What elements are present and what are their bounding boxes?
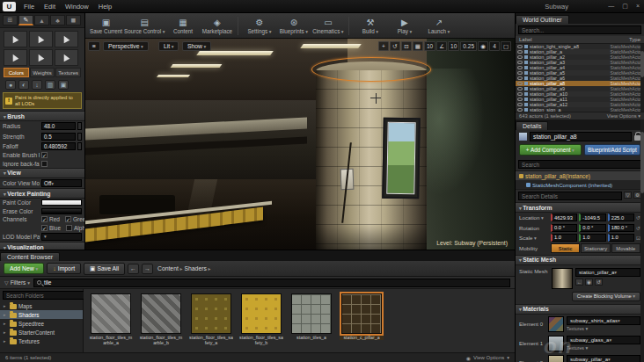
scale-y-field[interactable]: 1.0 — [579, 234, 605, 242]
scale-z-field[interactable]: 1.0 — [608, 234, 634, 242]
use-selected-icon[interactable]: ◉ — [585, 279, 593, 286]
material-dropdown[interactable]: subway_glass_a — [567, 336, 640, 344]
static-mesh-section-header[interactable]: Static Mesh — [516, 255, 644, 265]
tab-content-browser[interactable]: Content Browser — [0, 252, 60, 261]
import-action-icon[interactable]: ▥ — [45, 80, 55, 90]
add-component-button[interactable]: + Add Component — [519, 144, 582, 156]
details-search-input[interactable] — [518, 192, 622, 200]
folder-textures[interactable]: ▸Textures — [0, 337, 83, 345]
geometry-mode-icon[interactable]: ◼ — [66, 15, 81, 25]
paint-color-swatch[interactable] — [41, 199, 82, 206]
reset-icon[interactable]: ↺ — [595, 279, 603, 286]
channel-alpha-checkbox[interactable] — [66, 225, 72, 231]
blueprints-button[interactable]: ⊛ Blueprints — [277, 14, 310, 38]
visibility-eye-icon[interactable] — [517, 87, 523, 90]
content-button[interactable]: ▦ Content — [166, 14, 199, 38]
falloff-spinner[interactable] — [77, 142, 82, 150]
outliner-view-options[interactable]: View Options — [607, 113, 640, 119]
browse-icon[interactable]: ← — [575, 279, 583, 286]
material-dropdown[interactable]: subway_pillar_a — [567, 355, 640, 362]
lock-icon[interactable] — [634, 135, 640, 141]
paint-mode-icon[interactable]: ✎ — [18, 15, 33, 25]
propagate-action-icon[interactable]: ↓ — [32, 80, 42, 90]
tab-world-outliner[interactable]: World Outliner — [516, 15, 569, 24]
visibility-eye-icon[interactable] — [517, 55, 523, 59]
material-dropdown[interactable]: subway_shirts_atlas — [567, 316, 640, 325]
camera-speed-value[interactable]: 4 — [489, 41, 500, 51]
maximize-button[interactable]: ▢ — [622, 3, 628, 10]
erase-color-swatch[interactable] — [41, 208, 82, 214]
tab-details[interactable]: Details — [516, 121, 548, 130]
breadcrumb-content[interactable]: Content — [157, 265, 183, 272]
rotation-y-field[interactable]: 0.0 ° — [579, 224, 605, 232]
visibility-eye-icon[interactable] — [517, 108, 523, 112]
falloff-input[interactable]: 0.480592 — [41, 142, 76, 150]
visibility-eye-icon[interactable] — [517, 76, 523, 80]
grid-snap-value[interactable]: 10 — [424, 41, 435, 51]
menu-file[interactable]: File — [24, 3, 34, 11]
launch-button[interactable]: ↗ Launch — [422, 14, 455, 38]
mobility-movable[interactable]: Movable — [611, 243, 640, 253]
enable-brush-checkbox[interactable] — [41, 152, 48, 158]
radius-spinner[interactable] — [77, 122, 82, 130]
breadcrumb-shaders[interactable]: Shaders — [185, 265, 211, 272]
menu-edit[interactable]: Edit — [44, 3, 55, 11]
perspective-dropdown[interactable]: Perspective — [103, 41, 149, 51]
source-control-button[interactable]: ▤ Source Control — [124, 14, 165, 38]
caret-icon[interactable]: ▸ — [4, 303, 8, 308]
folder-search-input[interactable] — [3, 291, 87, 300]
outliner-row[interactable]: station_sign_aStaticMeshActor — [516, 107, 644, 112]
import-button[interactable]: ↓Import — [47, 263, 81, 274]
visibility-eye-icon[interactable] — [517, 45, 523, 48]
outliner-column-headers[interactable]: Label Type — [516, 36, 644, 44]
caret-icon[interactable]: ▸ — [4, 321, 8, 326]
location-z-field[interactable]: 225.0 — [608, 214, 634, 221]
outliner-search-input[interactable] — [518, 25, 641, 34]
settings-button[interactable]: ⚙ Settings — [243, 14, 275, 38]
strength-input[interactable]: 0.5 — [41, 133, 76, 141]
material-textures-link[interactable]: Textures — [567, 326, 640, 331]
view-section-header[interactable]: View — [0, 168, 84, 178]
materials-section-header[interactable]: Materials — [516, 304, 644, 315]
channel-blue-checkbox[interactable] — [41, 225, 48, 231]
visibility-eye-icon[interactable] — [517, 61, 523, 64]
play-button[interactable]: ▶ Play — [388, 14, 421, 38]
save-all-button[interactable]: ▣Save All — [84, 263, 125, 275]
mobility-static[interactable]: Static — [551, 243, 580, 253]
filter-funnel-icon[interactable]: ▽ — [624, 192, 632, 199]
marketplace-button[interactable]: ◈ Marketplace — [201, 14, 233, 38]
save-action-icon[interactable]: ▣ — [58, 80, 69, 90]
close-button[interactable]: × — [636, 3, 640, 10]
transform-section-header[interactable]: Transform — [516, 202, 644, 213]
colors-tool-icon[interactable] — [4, 49, 27, 66]
select-tool-icon[interactable] — [4, 31, 27, 47]
scale-tool-icon[interactable] — [401, 41, 412, 51]
outliner-scrollbar[interactable] — [640, 44, 644, 112]
brush-section-header[interactable]: Brush — [0, 111, 84, 121]
location-y-field[interactable]: -1049.5 — [579, 214, 605, 221]
visibility-eye-icon[interactable] — [517, 50, 523, 54]
asset-tile-selected[interactable]: station_c_pillar_a — [340, 293, 384, 340]
material-thumbnail[interactable] — [548, 355, 564, 362]
visibility-eye-icon[interactable] — [517, 82, 523, 85]
submode-weights[interactable]: Weights — [30, 68, 55, 77]
actor-name-field[interactable]: station_pillar_a8 — [530, 132, 632, 141]
component-tree-root[interactable]: station_pillar_a8(Instance) — [516, 171, 644, 180]
static-mesh-thumbnail[interactable] — [552, 268, 573, 289]
landscape-mode-icon[interactable]: ▲ — [34, 15, 49, 25]
rotation-snap-value[interactable]: 10 — [448, 41, 459, 51]
folder-startercontent[interactable]: ▸StarterContent — [0, 328, 83, 337]
maximize-viewport-icon[interactable] — [501, 41, 511, 51]
asset-search-value[interactable]: tile — [44, 279, 51, 286]
save-current-button[interactable]: ▣ Save Current — [90, 14, 122, 38]
build-button[interactable]: ⚒ Build — [354, 14, 386, 38]
fill-tool-icon[interactable] — [55, 31, 78, 47]
mobility-stationary[interactable]: Stationary — [581, 243, 610, 253]
rotation-z-field[interactable]: 180.0 ° — [608, 224, 634, 232]
textures-tool-icon[interactable] — [55, 49, 78, 66]
show-dropdown[interactable]: Show — [182, 41, 211, 51]
visibility-eye-icon[interactable] — [517, 66, 523, 69]
minimize-button[interactable]: — — [608, 3, 614, 10]
submode-textures[interactable]: Textures — [55, 68, 81, 77]
caret-icon[interactable]: ▸ — [4, 329, 8, 335]
